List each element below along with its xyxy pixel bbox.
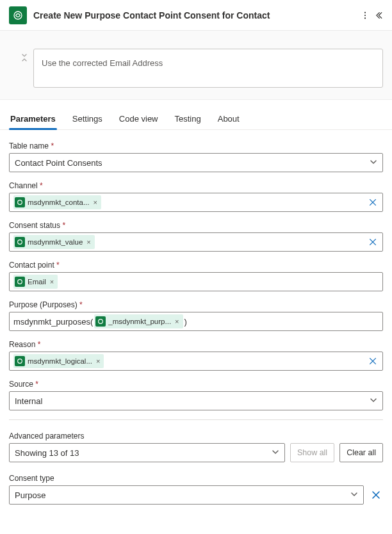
label-advanced: Advanced parameters — [9, 432, 383, 441]
token-consent-status[interactable]: msdynmkt_value × — [13, 235, 95, 249]
token-reason[interactable]: msdynmkt_logical... × — [13, 354, 104, 368]
expr-prefix: msdynmkt_purposes( — [13, 317, 93, 327]
token-icon — [15, 237, 25, 247]
drag-handle-icon — [20, 53, 28, 64]
card-description: Use the corrected Email Address — [33, 49, 383, 88]
input-purpose[interactable]: msdynmkt_purposes( _msdynmkt_purp... × ) — [9, 312, 383, 331]
token-remove[interactable]: × — [174, 318, 180, 325]
svg-point-4 — [18, 200, 22, 205]
token-icon — [15, 197, 25, 207]
clear-button[interactable] — [367, 236, 379, 248]
chevron-down-icon — [370, 158, 377, 168]
select-value: Purpose — [15, 490, 45, 500]
chevron-down-icon — [272, 448, 279, 458]
chevron-down-icon — [350, 490, 358, 500]
svg-point-5 — [18, 240, 22, 245]
token-icon — [15, 356, 25, 366]
expr-suffix: ) — [184, 317, 187, 327]
show-all-button[interactable]: Show all — [290, 443, 334, 462]
token-remove[interactable]: × — [85, 238, 92, 246]
select-consent-type[interactable]: Purpose — [9, 485, 364, 505]
svg-point-3 — [364, 17, 366, 19]
action-card[interactable]: Use the corrected Email Address — [9, 49, 383, 88]
label-source: Source — [9, 380, 383, 389]
label-channel: Channel — [9, 181, 383, 190]
token-remove[interactable]: × — [92, 198, 99, 206]
clear-button[interactable] — [367, 197, 379, 208]
select-table-name[interactable]: Contact Point Consents — [9, 153, 383, 172]
select-advanced-summary[interactable]: Showing 13 of 13 — [9, 443, 285, 462]
token-remove[interactable]: × — [49, 278, 55, 286]
token-text: msdynmkt_conta... — [28, 198, 90, 206]
token-purpose[interactable]: _msdynmkt_purp... × — [94, 314, 183, 328]
input-channel[interactable]: msdynmkt_conta... × — [9, 193, 383, 212]
input-contact-point[interactable]: Email × — [9, 272, 383, 291]
panel-header: Create New Purpose Contact Point Consent… — [0, 0, 392, 31]
token-channel[interactable]: msdynmkt_conta... × — [13, 195, 101, 209]
token-remove[interactable]: × — [95, 357, 101, 365]
remove-row-button[interactable] — [369, 488, 383, 502]
tab-settings[interactable]: Settings — [71, 109, 104, 129]
token-text: _msdynmkt_purp... — [108, 318, 171, 325]
tab-testing[interactable]: Testing — [174, 109, 202, 129]
svg-point-1 — [364, 12, 366, 13]
select-value: Showing 13 of 13 — [15, 448, 79, 458]
svg-point-2 — [364, 14, 366, 15]
token-icon — [95, 316, 106, 327]
svg-point-6 — [18, 280, 22, 284]
clear-all-button[interactable]: Clear all — [339, 443, 383, 462]
svg-point-7 — [99, 320, 103, 324]
collapse-button[interactable] — [373, 5, 388, 26]
label-table-name: Table name — [9, 142, 383, 150]
label-consent-type: Consent type — [9, 474, 364, 483]
input-consent-status[interactable]: msdynmkt_value × — [9, 232, 383, 252]
connector-icon — [9, 6, 27, 24]
clear-button[interactable] — [367, 355, 379, 367]
label-consent-status: Consent status — [9, 221, 383, 230]
tab-about[interactable]: About — [216, 109, 241, 129]
svg-point-8 — [18, 359, 22, 364]
select-value: Internal — [15, 396, 42, 406]
svg-point-0 — [14, 12, 22, 19]
token-text: Email — [28, 278, 46, 286]
select-value: Contact Point Consents — [15, 158, 102, 168]
chevron-down-icon — [370, 396, 377, 406]
select-source[interactable]: Internal — [9, 391, 383, 410]
tab-parameters[interactable]: Parameters — [9, 109, 57, 129]
input-reason[interactable]: msdynmkt_logical... × — [9, 352, 383, 371]
tab-codeview[interactable]: Code view — [118, 109, 159, 129]
more-button[interactable] — [357, 5, 373, 26]
label-reason: Reason — [9, 340, 383, 349]
token-icon — [15, 277, 25, 287]
token-text: msdynmkt_logical... — [28, 357, 92, 365]
divider — [9, 419, 383, 420]
token-text: msdynmkt_value — [28, 238, 83, 246]
label-purpose: Purpose (Purposes) — [9, 300, 383, 309]
label-contact-point: Contact point — [9, 261, 383, 270]
tab-bar: Parameters Settings Code view Testing Ab… — [0, 109, 392, 130]
token-contact-point[interactable]: Email × — [13, 275, 58, 289]
page-title: Create New Purpose Contact Point Consent… — [33, 10, 357, 20]
